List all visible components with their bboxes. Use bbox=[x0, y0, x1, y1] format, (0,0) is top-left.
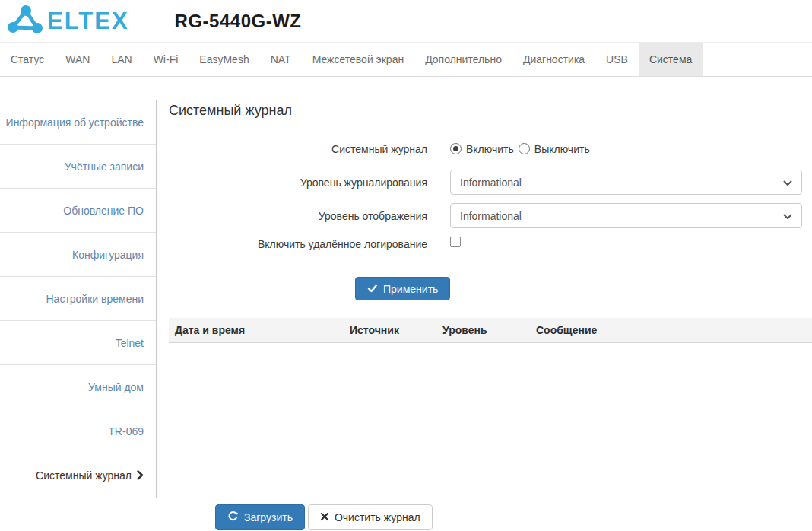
logging-level-label: Уровень журналирования bbox=[169, 176, 427, 189]
sidebar-item-system-log[interactable]: Системный журнал bbox=[0, 453, 156, 497]
tab-wan[interactable]: WAN bbox=[55, 43, 100, 76]
tab-wifi[interactable]: Wi-Fi bbox=[143, 43, 189, 76]
column-header-message: Сообщение bbox=[536, 324, 812, 336]
syslog-label: Системный журнал bbox=[169, 143, 427, 155]
display-level-value: Informational bbox=[460, 210, 522, 222]
radio-disable-label: Выключить bbox=[534, 143, 590, 155]
main-content: Системный журнал Системный журнал Включи… bbox=[157, 77, 812, 531]
sidebar-item-device-info[interactable]: Информация об устройстве bbox=[0, 100, 156, 144]
tab-lan[interactable]: LAN bbox=[100, 43, 142, 76]
column-header-datetime: Дата и время bbox=[169, 324, 350, 336]
chevron-down-icon bbox=[783, 210, 792, 222]
app-header: ELTEX RG-5440G-WZ bbox=[0, 0, 812, 42]
column-header-source: Источник bbox=[350, 324, 442, 336]
sidebar-item-configuration[interactable]: Конфигурация bbox=[0, 232, 156, 276]
log-table: Дата и время Источник Уровень Сообщение bbox=[169, 318, 812, 504]
eltex-logo: ELTEX bbox=[6, 4, 129, 39]
clear-log-button[interactable]: Очистить журнал bbox=[308, 504, 433, 530]
sidebar: Информация об устройстве Учётные записи … bbox=[0, 100, 157, 498]
syslog-disable-radio[interactable]: Выключить bbox=[519, 143, 590, 155]
clear-log-button-label: Очистить журнал bbox=[335, 511, 420, 523]
sidebar-item-label: Системный журнал bbox=[36, 469, 132, 482]
remote-logging-checkbox[interactable] bbox=[450, 237, 461, 247]
sidebar-item-accounts[interactable]: Учётные записи bbox=[0, 144, 156, 188]
apply-button-label: Применить bbox=[383, 283, 438, 295]
tab-advanced[interactable]: Дополнительно bbox=[414, 43, 512, 76]
logging-level-value: Informational bbox=[460, 176, 522, 189]
page-title: Системный журнал bbox=[169, 103, 812, 126]
tab-nat[interactable]: NAT bbox=[260, 43, 302, 76]
logging-level-select[interactable]: Informational bbox=[450, 170, 802, 195]
radio-enable-label: Включить bbox=[466, 143, 514, 155]
load-button-label: Загрузить bbox=[244, 511, 293, 523]
top-navigation: Статус WAN LAN Wi-Fi EasyMesh NAT Межсет… bbox=[0, 42, 812, 77]
display-level-label: Уровень отображения bbox=[169, 210, 427, 222]
tab-easymesh[interactable]: EasyMesh bbox=[189, 43, 259, 76]
sidebar-item-time-settings[interactable]: Настройки времени bbox=[0, 276, 156, 320]
log-table-body bbox=[169, 343, 812, 504]
check-icon bbox=[367, 283, 378, 295]
close-icon bbox=[320, 511, 329, 523]
device-model-title: RG-5440G-WZ bbox=[175, 11, 302, 32]
radio-checked-icon bbox=[450, 143, 462, 154]
chevron-right-icon bbox=[137, 470, 144, 480]
radio-unchecked-icon bbox=[519, 143, 530, 154]
remote-logging-label: Включить удалённое логирование bbox=[169, 237, 427, 250]
syslog-enable-radio[interactable]: Включить bbox=[450, 143, 514, 155]
apply-button[interactable]: Применить bbox=[355, 277, 450, 300]
tab-status[interactable]: Статус bbox=[0, 43, 55, 76]
eltex-logo-text: ELTEX bbox=[47, 9, 129, 33]
display-level-select[interactable]: Informational bbox=[450, 203, 802, 228]
sidebar-item-telnet[interactable]: Telnet bbox=[0, 320, 156, 364]
sidebar-item-smart-home[interactable]: Умный дом bbox=[0, 364, 156, 409]
tab-diagnostics[interactable]: Диагностика bbox=[512, 43, 595, 76]
tab-system[interactable]: Система bbox=[639, 43, 703, 76]
eltex-logo-icon bbox=[6, 4, 43, 39]
syslog-form: Системный журнал Включить Выключить Уров… bbox=[169, 136, 812, 300]
sidebar-item-tr069[interactable]: TR-069 bbox=[0, 409, 156, 453]
chevron-down-icon bbox=[783, 176, 792, 189]
tab-firewall[interactable]: Межсетевой экран bbox=[302, 43, 415, 76]
refresh-icon bbox=[227, 510, 239, 524]
footer-actions: Загрузить Очистить журнал bbox=[215, 504, 812, 530]
sidebar-item-firmware-update[interactable]: Обновление ПО bbox=[0, 188, 156, 232]
column-header-level: Уровень bbox=[442, 324, 536, 336]
tab-usb[interactable]: USB bbox=[595, 43, 639, 76]
log-table-header: Дата и время Источник Уровень Сообщение bbox=[169, 318, 812, 343]
load-button[interactable]: Загрузить bbox=[215, 504, 305, 530]
